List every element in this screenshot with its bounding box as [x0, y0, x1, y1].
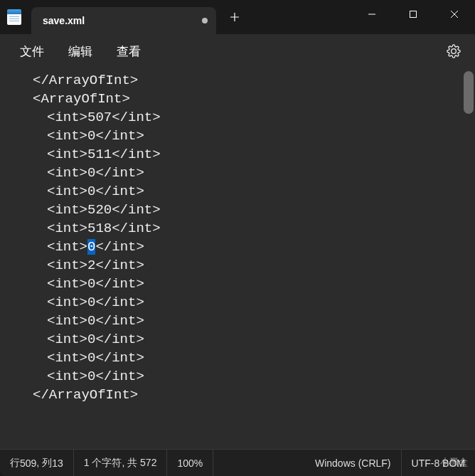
tab-modified-indicator — [202, 18, 208, 23]
editor-area[interactable]: </ArrayOfInt><ArrayOfInt><int>507</int><… — [0, 68, 475, 449]
code-line: <int>0</int> — [18, 349, 469, 367]
code-line: </ArrayOfInt> — [18, 71, 469, 90]
menubar: 文件 编辑 查看 — [0, 34, 475, 68]
status-position: 行 509, 列 13 — [0, 450, 74, 476]
text-content[interactable]: </ArrayOfInt><ArrayOfInt><int>507</int><… — [0, 68, 475, 407]
code-line: <int>0</int> — [18, 238, 469, 256]
status-chars: 1 个字符, 共 572 — [74, 450, 168, 476]
status-col-label: , 列 — [36, 457, 52, 470]
maximize-button[interactable] — [393, 0, 434, 28]
code-line: <int>511</int> — [18, 145, 469, 164]
code-line: <int>0</int> — [18, 127, 469, 145]
menu-edit[interactable]: 编辑 — [58, 39, 102, 64]
code-line: <int>0</int> — [18, 293, 469, 312]
status-eol[interactable]: Windows (CRLF) — [213, 450, 401, 476]
menu-file[interactable]: 文件 — [10, 39, 54, 64]
scrollbar-thumb[interactable] — [464, 71, 474, 114]
minimize-icon — [368, 10, 376, 18]
code-line: <ArrayOfInt> — [18, 90, 469, 108]
app-icon — [0, 0, 28, 34]
code-line: <int>0</int> — [18, 164, 469, 182]
status-row-label: 行 — [10, 457, 20, 470]
code-line: <int>2</int> — [18, 256, 469, 275]
gear-icon — [447, 44, 461, 58]
status-encoding[interactable]: UTF-8 BOM — [402, 450, 475, 476]
menu-view[interactable]: 查看 — [107, 39, 151, 64]
maximize-icon — [409, 10, 417, 18]
code-line: <int>507</int> — [18, 108, 469, 127]
titlebar: save.xml — [0, 0, 475, 34]
svg-rect-0 — [410, 11, 417, 18]
code-line: <int>520</int> — [18, 201, 469, 219]
tab-strip: save.xml — [28, 0, 351, 34]
code-line: <int>0</int> — [18, 275, 469, 293]
window-controls — [351, 0, 475, 34]
new-tab-button[interactable] — [222, 4, 247, 30]
code-line: <int>0</int> — [18, 312, 469, 330]
code-line: <int>0</int> — [18, 330, 469, 349]
code-line: <int>0</int> — [18, 182, 469, 201]
status-row: 509 — [20, 458, 36, 469]
settings-button[interactable] — [442, 40, 465, 63]
notepad-icon — [7, 9, 21, 25]
statusbar: 行 509, 列 13 1 个字符, 共 572 100% Windows (C… — [0, 449, 475, 476]
close-icon — [450, 10, 459, 18]
tab-save-xml[interactable]: save.xml — [31, 7, 216, 34]
close-button[interactable] — [434, 0, 475, 28]
code-line: </ArrayOfInt> — [18, 386, 469, 404]
plus-icon — [230, 12, 240, 22]
status-zoom[interactable]: 100% — [167, 450, 213, 476]
code-line: <int>0</int> — [18, 367, 469, 386]
code-line: <int>518</int> — [18, 219, 469, 238]
status-col: 13 — [52, 458, 63, 469]
tab-title: save.xml — [43, 15, 195, 26]
minimize-button[interactable] — [351, 0, 393, 28]
